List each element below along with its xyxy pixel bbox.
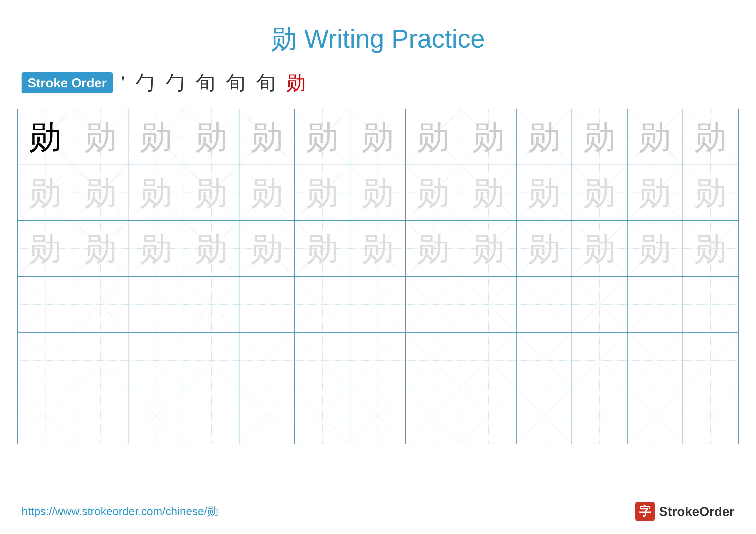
- grid-cell-5-11[interactable]: [628, 388, 683, 444]
- grid-cell-3-7[interactable]: [406, 277, 461, 332]
- grid-cell-1-11[interactable]: 勋: [628, 165, 683, 220]
- grid-cell-2-4[interactable]: 勋: [239, 221, 295, 276]
- grid-cell-4-4[interactable]: [239, 333, 295, 388]
- practice-grid: 勋勋勋勋勋勋勋勋勋勋勋勋勋勋勋勋勋勋勋勋勋勋勋勋勋勋勋勋勋勋勋勋勋勋勋勋勋勋勋: [17, 109, 739, 444]
- footer: https://www.strokeorder.com/chinese/勋 字 …: [21, 502, 735, 521]
- grid-cell-3-4[interactable]: [239, 277, 295, 332]
- grid-cell-1-4[interactable]: 勋: [239, 165, 295, 220]
- grid-cell-5-1[interactable]: [73, 388, 128, 444]
- grid-cell-3-6[interactable]: [350, 277, 406, 332]
- grid-cell-5-3[interactable]: [184, 388, 239, 444]
- cell-character: 勋: [417, 177, 449, 209]
- grid-cell-5-0[interactable]: [18, 388, 73, 444]
- grid-cell-1-7[interactable]: 勋: [406, 165, 461, 220]
- grid-cell-3-9[interactable]: [517, 277, 572, 332]
- grid-row-3[interactable]: [18, 277, 738, 333]
- grid-cell-1-0[interactable]: 勋: [18, 165, 73, 220]
- grid-cell-1-5[interactable]: 勋: [295, 165, 350, 220]
- grid-cell-2-10[interactable]: 勋: [572, 221, 627, 276]
- grid-cell-2-2[interactable]: 勋: [128, 221, 184, 276]
- grid-cell-1-12[interactable]: 勋: [683, 165, 738, 220]
- grid-cell-0-5[interactable]: 勋: [295, 109, 350, 165]
- grid-cell-4-7[interactable]: [406, 333, 461, 388]
- grid-cell-4-5[interactable]: [295, 333, 350, 388]
- grid-cell-2-6[interactable]: 勋: [350, 221, 406, 276]
- grid-cell-0-6[interactable]: 勋: [350, 109, 406, 165]
- grid-cell-2-3[interactable]: 勋: [184, 221, 239, 276]
- grid-cell-5-6[interactable]: [350, 388, 406, 444]
- grid-cell-0-0[interactable]: 勋: [18, 109, 73, 165]
- grid-cell-5-4[interactable]: [239, 388, 295, 444]
- grid-cell-3-10[interactable]: [572, 277, 627, 332]
- grid-cell-5-5[interactable]: [295, 388, 350, 444]
- cell-character: 勋: [362, 232, 394, 265]
- stroke-order-section: Stroke Order ' 勹 勹 旬 旬 旬 勋: [0, 69, 756, 96]
- grid-cell-1-1[interactable]: 勋: [73, 165, 128, 220]
- grid-row-2[interactable]: 勋勋勋勋勋勋勋勋勋勋勋勋勋: [18, 221, 738, 277]
- grid-cell-0-9[interactable]: 勋: [517, 109, 572, 165]
- grid-cell-3-2[interactable]: [128, 277, 184, 332]
- grid-cell-0-1[interactable]: 勋: [73, 109, 128, 165]
- grid-cell-3-3[interactable]: [184, 277, 239, 332]
- grid-row-5[interactable]: [18, 388, 738, 444]
- grid-cell-5-10[interactable]: [572, 388, 627, 444]
- grid-cell-2-9[interactable]: 勋: [517, 221, 572, 276]
- grid-cell-2-0[interactable]: 勋: [18, 221, 73, 276]
- grid-cell-5-9[interactable]: [517, 388, 572, 444]
- cell-character: 勋: [306, 121, 338, 153]
- grid-cell-2-1[interactable]: 勋: [73, 221, 128, 276]
- grid-cell-0-4[interactable]: 勋: [239, 109, 295, 165]
- grid-cell-5-7[interactable]: [406, 388, 461, 444]
- stroke-order-badge: Stroke Order: [21, 72, 113, 93]
- grid-row-4[interactable]: [18, 333, 738, 388]
- cell-character: 勋: [306, 232, 338, 265]
- grid-cell-1-10[interactable]: 勋: [572, 165, 627, 220]
- grid-row-0[interactable]: 勋勋勋勋勋勋勋勋勋勋勋勋勋: [18, 109, 738, 165]
- grid-cell-4-1[interactable]: [73, 333, 128, 388]
- grid-cell-2-11[interactable]: 勋: [628, 221, 683, 276]
- grid-cell-0-2[interactable]: 勋: [128, 109, 184, 165]
- grid-cell-4-12[interactable]: [683, 333, 738, 388]
- grid-cell-0-8[interactable]: 勋: [461, 109, 517, 165]
- grid-cell-5-8[interactable]: [461, 388, 517, 444]
- grid-cell-2-7[interactable]: 勋: [406, 221, 461, 276]
- grid-cell-4-0[interactable]: [18, 333, 73, 388]
- grid-cell-2-8[interactable]: 勋: [461, 221, 517, 276]
- grid-cell-5-2[interactable]: [128, 388, 184, 444]
- grid-cell-0-12[interactable]: 勋: [683, 109, 738, 165]
- cell-character: 勋: [639, 177, 671, 209]
- grid-cell-0-7[interactable]: 勋: [406, 109, 461, 165]
- grid-cell-0-10[interactable]: 勋: [572, 109, 627, 165]
- grid-cell-4-11[interactable]: [628, 333, 683, 388]
- cell-character: 勋: [29, 232, 62, 265]
- grid-cell-4-10[interactable]: [572, 333, 627, 388]
- grid-cell-1-6[interactable]: 勋: [350, 165, 406, 220]
- grid-cell-5-12[interactable]: [683, 388, 738, 444]
- cell-character: 勋: [29, 121, 62, 153]
- grid-row-1[interactable]: 勋勋勋勋勋勋勋勋勋勋勋勋勋: [18, 165, 738, 221]
- grid-cell-3-12[interactable]: [683, 277, 738, 332]
- grid-cell-4-6[interactable]: [350, 333, 406, 388]
- grid-cell-4-3[interactable]: [184, 333, 239, 388]
- stroke-7: 勋: [286, 69, 306, 96]
- grid-cell-4-8[interactable]: [461, 333, 517, 388]
- grid-cell-0-11[interactable]: 勋: [628, 109, 683, 165]
- cell-character: 勋: [472, 121, 505, 153]
- grid-cell-3-1[interactable]: [73, 277, 128, 332]
- cell-character: 勋: [583, 177, 616, 209]
- grid-cell-4-9[interactable]: [517, 333, 572, 388]
- grid-cell-1-3[interactable]: 勋: [184, 165, 239, 220]
- grid-cell-4-2[interactable]: [128, 333, 184, 388]
- grid-cell-3-0[interactable]: [18, 277, 73, 332]
- cell-character: 勋: [362, 121, 394, 153]
- grid-cell-2-5[interactable]: 勋: [295, 221, 350, 276]
- grid-cell-0-3[interactable]: 勋: [184, 109, 239, 165]
- grid-cell-2-12[interactable]: 勋: [683, 221, 738, 276]
- grid-cell-3-5[interactable]: [295, 277, 350, 332]
- grid-cell-3-8[interactable]: [461, 277, 517, 332]
- grid-cell-3-11[interactable]: [628, 277, 683, 332]
- grid-cell-1-8[interactable]: 勋: [461, 165, 517, 220]
- grid-cell-1-2[interactable]: 勋: [128, 165, 184, 220]
- cell-character: 勋: [583, 121, 616, 153]
- grid-cell-1-9[interactable]: 勋: [517, 165, 572, 220]
